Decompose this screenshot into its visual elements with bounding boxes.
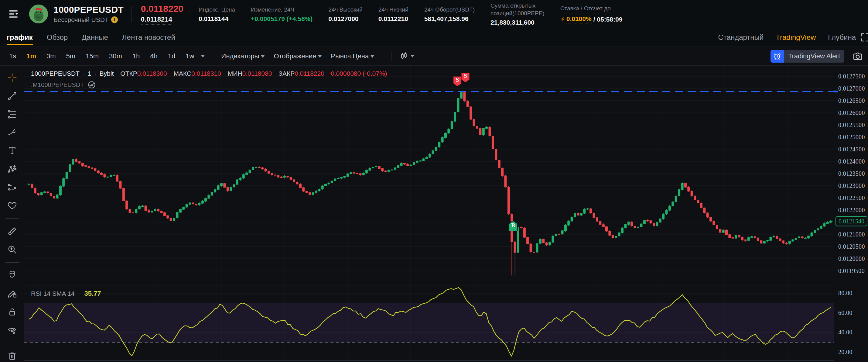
svg-text:B: B xyxy=(511,222,515,228)
projection-icon[interactable] xyxy=(4,179,20,195)
toolbar-divider xyxy=(5,262,19,262)
tab-Данные[interactable]: Данные xyxy=(82,29,108,46)
toolbar-divider xyxy=(5,218,19,219)
mode-Глубина[interactable]: Глубина xyxy=(828,33,856,41)
tradingview-alert-button[interactable]: TradingView Alert xyxy=(771,50,844,63)
svg-text:S: S xyxy=(456,77,459,83)
stat-value: 0.0127000 xyxy=(328,15,362,23)
tab-Лента новостей[interactable]: Лента новостей xyxy=(122,29,175,46)
rsi-axis-label: 40.00 xyxy=(838,329,852,336)
legend-МАКС: МАКС0.0118310 xyxy=(174,70,221,77)
stat-value: 0.0112210 xyxy=(378,15,408,23)
mode-TradingView[interactable]: TradingView xyxy=(776,33,816,41)
hidden-series-name: .M1000PEPEUSDT xyxy=(31,81,84,88)
timeframe-15m[interactable]: 15m xyxy=(86,52,99,60)
candlestick-chart[interactable]: SSB xyxy=(24,66,834,285)
mode-Стандартный[interactable]: Стандартный xyxy=(718,33,764,41)
eye-pencil-icon[interactable] xyxy=(4,322,20,338)
funding-rate[interactable]: 0.0100% xyxy=(566,15,592,23)
rsi-value: 35.77 xyxy=(84,290,101,297)
text-icon[interactable] xyxy=(4,143,20,159)
coin-logo-pepe xyxy=(29,5,48,23)
price-axis[interactable]: 0.01275000.01270000.01265000.01260000.01… xyxy=(834,66,868,362)
menu-Рыноч.Цена[interactable]: Рыноч.Цена xyxy=(331,52,374,60)
stat-label: Индекс. Цена xyxy=(198,6,235,13)
legend-ЗАКР: ЗАКР0.0118220 xyxy=(279,70,324,77)
hidden-series-legend: .M1000PEPEUSDT xyxy=(31,80,96,89)
rsi-pane[interactable]: RSI 14 SMA 14 35.77 xyxy=(24,285,834,360)
timeframe-1m[interactable]: 1m xyxy=(26,52,36,60)
tab-Обзор[interactable]: Обзор xyxy=(47,29,68,46)
instrument-list-menu-icon[interactable] xyxy=(7,7,21,21)
timeframe-1d[interactable]: 1d xyxy=(168,52,175,60)
brush-icon[interactable] xyxy=(4,124,20,140)
price-axis-label: 0.0124500 xyxy=(838,146,865,153)
funding-countdown: / 05:58:09 xyxy=(593,16,623,23)
tabs-left: графикОбзорДанныеЛента новостей xyxy=(7,29,175,46)
trading-app: 1000PEPEUSDT Бессрочный USDT i 0.0118220… xyxy=(0,0,868,362)
chart-toolbar: 1s1m3m5m15m30m1h4h1d1w ИндикаторыОтображ… xyxy=(0,47,868,66)
crosshair-icon[interactable] xyxy=(4,70,20,86)
rsi-label[interactable]: RSI 14 SMA 14 xyxy=(31,290,75,297)
zoom-in-icon[interactable] xyxy=(4,242,20,257)
price-pane[interactable]: SSB 1000PEPEUSDT·1·BybitОТКР0.0118300МАК… xyxy=(24,66,834,285)
menu-Отображение[interactable]: Отображение xyxy=(274,52,322,60)
alert-axis-marker xyxy=(834,90,838,92)
pencil-lock-icon[interactable] xyxy=(4,286,20,302)
chart-style-icon[interactable] xyxy=(399,52,408,61)
xabcd-pattern-icon[interactable] xyxy=(4,161,20,177)
rsi-axis-label: 20.00 xyxy=(838,348,852,355)
price-axis-label: 0.0122500 xyxy=(838,195,865,201)
heart-icon[interactable] xyxy=(4,198,20,213)
legend-ОТКР: ОТКР0.0118300 xyxy=(120,70,167,77)
legend-symbol[interactable]: 1000PEPEUSDT xyxy=(31,70,80,77)
last-price: 0.0118220 xyxy=(141,4,183,14)
fib-lines-icon[interactable] xyxy=(4,106,20,122)
trash-icon[interactable] xyxy=(4,348,20,362)
stat-1: Изменение, 24Ч+0.0005179 (+4.58%) xyxy=(251,6,312,23)
stat-value: 0.0118144 xyxy=(198,15,235,23)
price-axis-label: 0.0125500 xyxy=(838,121,865,129)
time-axis-strip[interactable] xyxy=(24,360,834,362)
stat-label: 24ч Низкий xyxy=(378,6,408,13)
caret-down-icon xyxy=(261,55,265,58)
stat-5: Сумма открытых позиций(1000PEPE)21,830,3… xyxy=(491,2,545,26)
screenshot-camera-icon[interactable] xyxy=(852,51,863,62)
price-block: 0.0118220 0.0118214 xyxy=(141,4,183,25)
timeframe-5m[interactable]: 5m xyxy=(66,52,75,60)
chart-style-caret[interactable] xyxy=(410,55,414,57)
ruler-icon[interactable] xyxy=(4,223,20,239)
eye-hidden-icon[interactable] xyxy=(87,80,96,89)
stat-2: 24ч Высокий0.0127000 xyxy=(328,6,362,23)
timeframe-3m[interactable]: 3m xyxy=(46,52,56,60)
expand-icon[interactable] xyxy=(859,32,868,43)
menu-Индикаторы[interactable]: Индикаторы xyxy=(221,52,265,60)
mark-price[interactable]: 0.0118214 xyxy=(141,16,172,25)
timeframe-1w[interactable]: 1w xyxy=(186,52,194,60)
info-icon[interactable]: i xyxy=(111,17,118,23)
header-stats: Индекс. Цена0.0118144Изменение, 24Ч+0.00… xyxy=(198,2,622,26)
stat-4: 24ч Оборот(USDT)581,407,158.96 xyxy=(424,6,475,23)
timeframe-more-caret[interactable] xyxy=(201,55,205,57)
legend-interval: 1 xyxy=(88,70,91,77)
magnet-icon[interactable] xyxy=(4,268,20,283)
symbol-block[interactable]: 1000PEPEUSDT Бессрочный USDT i xyxy=(54,5,124,23)
toolbar-divider xyxy=(5,343,19,343)
sell-badge: S xyxy=(453,76,462,87)
timeframe-30m[interactable]: 30m xyxy=(109,52,122,60)
svg-text:S: S xyxy=(464,73,467,79)
trend-line-icon[interactable] xyxy=(4,88,20,104)
lock-icon[interactable] xyxy=(4,304,20,320)
timeframe-1s[interactable]: 1s xyxy=(9,52,16,60)
sell-badge: S xyxy=(461,72,469,83)
tab-график[interactable]: график xyxy=(7,29,33,46)
timeframe-1h[interactable]: 1h xyxy=(132,52,140,60)
price-axis-label: 0.0126000 xyxy=(838,109,865,116)
stat-label[interactable]: Ставка / Отсчет до xyxy=(560,5,611,13)
rsi-chart[interactable] xyxy=(24,285,834,361)
rsi-axis-label: 60.00 xyxy=(838,309,852,316)
price-axis-label: 0.0123500 xyxy=(838,170,865,177)
chart-legend: 1000PEPEUSDT·1·BybitОТКР0.0118300МАКС0.0… xyxy=(31,70,387,77)
timeframe-4h[interactable]: 4h xyxy=(150,52,157,60)
toolbar-separator xyxy=(391,52,392,61)
